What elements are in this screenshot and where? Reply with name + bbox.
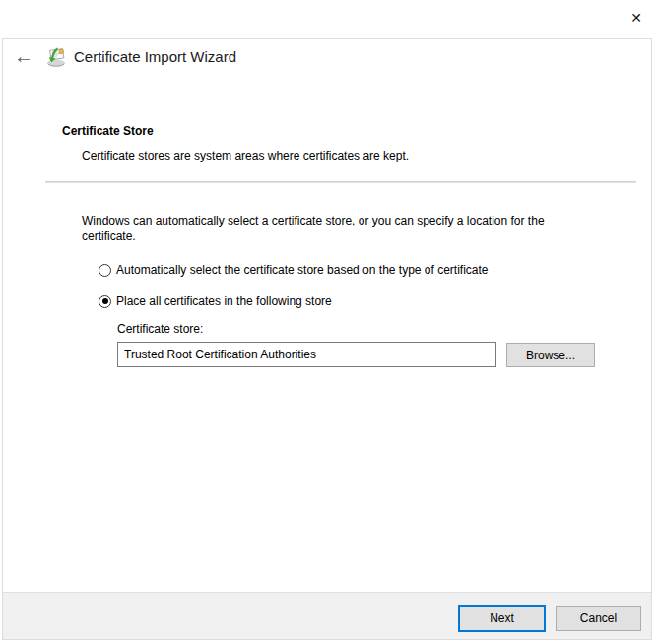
next-button[interactable]: Next	[458, 605, 546, 632]
certificate-store-input[interactable]	[117, 342, 496, 367]
page-subheading: Certificate stores are system areas wher…	[82, 149, 409, 162]
close-icon: ✕	[630, 10, 642, 26]
radio-unselected-icon	[99, 264, 111, 277]
back-button[interactable]: ←	[9, 43, 38, 69]
footer-bar: Next Cancel	[3, 592, 651, 639]
page-heading: Certificate Store	[62, 124, 154, 138]
radio-place-in-store[interactable]: Place all certificates in the following …	[99, 294, 332, 308]
dialog-title: Certificate Import Wizard	[74, 48, 236, 65]
radio-place-label: Place all certificates in the following …	[116, 294, 332, 308]
radio-selected-icon	[99, 295, 111, 308]
header-divider	[45, 181, 636, 183]
close-button[interactable]: ✕	[623, 5, 650, 31]
browse-button[interactable]: Browse...	[506, 343, 595, 367]
certificate-import-icon	[45, 46, 67, 68]
intro-text: Windows can automatically select a certi…	[82, 213, 600, 244]
certificate-import-dialog: ← Certificate Import Wizard Certificate …	[2, 38, 652, 640]
radio-automatic-store[interactable]: Automatically select the certificate sto…	[99, 263, 489, 277]
radio-automatic-label: Automatically select the certificate sto…	[116, 263, 489, 277]
cancel-button[interactable]: Cancel	[556, 606, 641, 631]
back-arrow-icon: ←	[14, 45, 33, 68]
certificate-store-label: Certificate store:	[117, 322, 203, 336]
wizard-window: ✕ ← Certificate Import Wizard Certificat…	[0, 0, 658, 644]
